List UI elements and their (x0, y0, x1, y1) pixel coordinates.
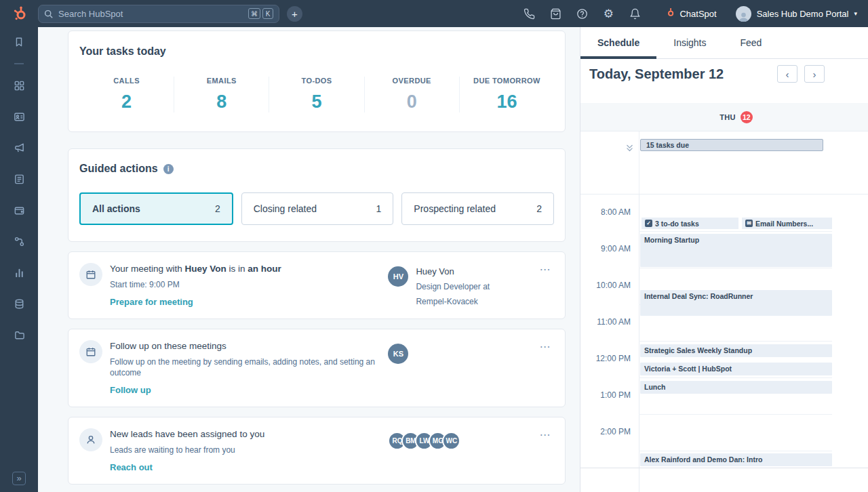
todo-tasks-chip[interactable]: ✓ 3 to-do tasks (642, 218, 738, 229)
panel-tabs: Schedule Insights Feed (580, 27, 868, 59)
lead-avatars: RQ BM LW MG WC (388, 432, 460, 450)
meeting-calendar-icon (79, 263, 102, 286)
day-number-badge: 12 (741, 111, 753, 123)
chevron-down-icon: ▾ (854, 10, 857, 17)
stat-todos: TO-DOS 5 (269, 77, 363, 112)
filter-all-actions[interactable]: All actions 2 (79, 192, 233, 225)
calendar-grid: 8:00 AM 9:00 AM 10:00 AM 11:00 AM 12:00 … (580, 194, 868, 492)
account-menu[interactable]: Sales Hub Demo Portal ▾ (736, 6, 857, 22)
stat-overdue: OVERDUE 0 (364, 77, 459, 112)
leads-person-icon (79, 428, 102, 451)
library-icon[interactable] (13, 329, 25, 341)
time-label: 11:00 AM (580, 317, 631, 327)
app-sidebar: » (0, 27, 38, 492)
avatar-ks: KS (388, 344, 408, 364)
guided-actions-title: Guided actions (79, 163, 158, 175)
person-role-line1: Design Developer at (416, 282, 490, 291)
sidebar-collapse-icon[interactable]: » (12, 472, 26, 485)
calendar-event[interactable]: Victoria + Scott | HubSpot (640, 363, 832, 375)
tab-insights[interactable]: Insights (656, 27, 723, 58)
marketing-megaphone-icon[interactable] (13, 142, 25, 154)
prepare-for-meeting-link[interactable]: Prepare for meeting (110, 297, 193, 307)
sidebar-divider (14, 63, 24, 64)
data-management-icon[interactable] (13, 298, 25, 310)
create-button[interactable]: + (287, 6, 302, 22)
reach-out-link[interactable]: Reach out (110, 462, 153, 472)
calendar-event[interactable]: Morning Startup (640, 234, 832, 267)
expand-chevrons-icon[interactable] (625, 143, 634, 155)
hubspot-logo-icon[interactable] (12, 5, 28, 22)
schedule-date-title: Today, September 12 (589, 66, 724, 82)
reporting-icon[interactable] (13, 266, 25, 279)
time-label: 12:00 PM (580, 354, 631, 363)
action-title: Your meeting with Huey Von is in an hour (110, 263, 388, 275)
all-day-row: 15 tasks due (580, 131, 868, 194)
time-label: 1:00 PM (580, 390, 631, 400)
search-shortcut: ⌘ K (246, 8, 273, 19)
person-role-line2: Rempel-Kovacek (416, 297, 490, 306)
tasks-card-title: Your tasks today (79, 45, 554, 58)
time-label: 10:00 AM (580, 281, 631, 290)
cmd-key: ⌘ (248, 8, 260, 19)
avatar-wc: WC (442, 432, 460, 450)
main-content: Your tasks today CALLS 2 EMAILS 8 TO-DOS… (38, 27, 580, 492)
avatar-hv: HV (388, 266, 408, 287)
filter-closing-related[interactable]: Closing related 1 (241, 192, 394, 225)
top-navigation-bar: ⌘ K + ⚙ ChatSpot (0, 0, 868, 27)
schedule-panel: Schedule Insights Feed Today, September … (580, 27, 868, 492)
chatspot-button[interactable]: ChatSpot (665, 7, 716, 20)
tab-feed[interactable]: Feed (724, 27, 779, 58)
stat-emails: EMAILS 8 (174, 77, 269, 112)
day-label: THU (719, 113, 736, 121)
previous-day-button[interactable]: ‹ (777, 65, 797, 83)
action-title: New leads have been assigned to you (110, 428, 388, 440)
email-envelope-icon: ✉ (745, 220, 753, 227)
stat-due-tomorrow: DUE TOMORROW 16 (459, 77, 554, 112)
day-header-row: THU 12 (580, 103, 868, 131)
more-options-button[interactable]: ⋯ (533, 340, 554, 353)
guided-action-new-leads: New leads have been assigned to you Lead… (68, 417, 566, 485)
time-label: 9:00 AM (580, 244, 631, 253)
commerce-icon[interactable] (13, 204, 25, 216)
more-options-button[interactable]: ⋯ (533, 263, 554, 276)
tasks-due-banner[interactable]: 15 tasks due (640, 139, 823, 151)
automations-icon[interactable] (13, 235, 25, 247)
action-title: Follow up on these meetings (110, 340, 388, 352)
time-label: 8:00 AM (580, 207, 631, 217)
content-icon[interactable] (13, 173, 25, 185)
next-day-button[interactable]: › (804, 65, 825, 83)
action-subtitle: Follow up on the meeting by sending emai… (110, 356, 388, 378)
panel-bottom-divider (580, 468, 868, 468)
guided-actions-card: Guided actions i All actions 2 Closing r… (68, 148, 566, 242)
settings-gear-icon[interactable]: ⚙ (602, 7, 614, 20)
help-icon[interactable] (576, 7, 588, 20)
time-label: 2:00 PM (580, 427, 631, 436)
person-name: Huey Von (416, 266, 490, 276)
tasks-today-card: Your tasks today CALLS 2 EMAILS 8 TO-DOS… (68, 30, 566, 132)
email-chip[interactable]: ✉ Email Numbers... (742, 218, 832, 229)
guided-action-followup: Follow up on these meetings Follow up on… (68, 329, 566, 407)
search-input[interactable] (57, 8, 246, 20)
calls-icon[interactable] (523, 7, 535, 20)
bookmarks-icon[interactable] (13, 36, 25, 48)
follow-up-link[interactable]: Follow up (110, 385, 151, 395)
tab-schedule[interactable]: Schedule (580, 27, 656, 58)
action-subtitle: Start time: 9:00 PM (110, 279, 388, 290)
calendar-event[interactable]: Lunch (640, 381, 832, 394)
followup-calendar-icon (79, 340, 102, 363)
contacts-icon[interactable] (13, 110, 25, 123)
more-options-button[interactable]: ⋯ (533, 428, 554, 441)
marketplace-icon[interactable] (549, 7, 561, 20)
chatspot-label: ChatSpot (679, 9, 716, 19)
calendar-event[interactable]: Alex Rainford and Demo Dan: Intro (640, 453, 832, 466)
task-checklist-icon: ✓ (645, 220, 652, 227)
notifications-bell-icon[interactable] (629, 7, 641, 20)
calendar-event[interactable]: Internal Deal Sync: RoadRunner (640, 290, 832, 316)
filter-prospecting-related[interactable]: Prospecting related 2 (401, 192, 554, 225)
account-avatar (736, 6, 751, 22)
info-icon[interactable]: i (163, 164, 174, 174)
crm-grid-icon[interactable] (13, 79, 25, 91)
search-icon (44, 9, 53, 18)
calendar-event[interactable]: Strategic Sales Weekly Standup (640, 344, 832, 357)
global-search: ⌘ K (38, 5, 279, 23)
